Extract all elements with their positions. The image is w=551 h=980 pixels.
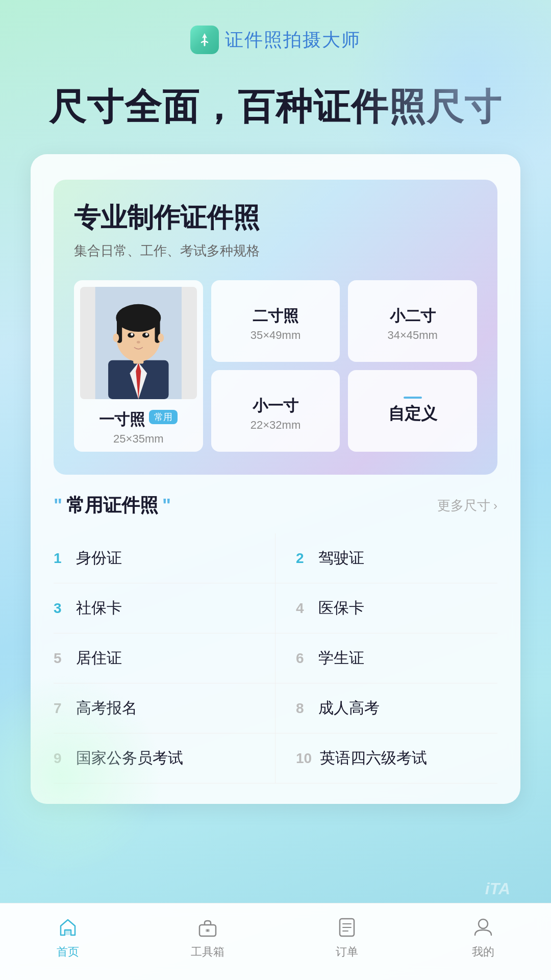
xiao-er-cun-sub: 34×45mm xyxy=(387,329,437,342)
list-item-num: 4 xyxy=(296,600,310,617)
id-photo xyxy=(80,287,197,399)
svg-point-11 xyxy=(131,333,133,335)
list-item[interactable]: 10英语四六级考试 xyxy=(276,733,497,783)
toolbox-icon xyxy=(194,914,221,940)
size-grid: 一寸照 常用 25×35mm 二寸照 35×49mm 小二寸 34×45mm 小… xyxy=(74,280,477,452)
er-cun-cell[interactable]: 二寸照 35×49mm xyxy=(211,280,340,362)
common-id-list: 1身份证2驾驶证3社保卡4医保卡5居住证6学生证7高考报名8成人高考9国家公务员… xyxy=(54,533,497,783)
home-icon xyxy=(55,914,81,940)
svg-point-12 xyxy=(145,333,148,335)
watermark: iTA xyxy=(485,879,510,898)
list-item-text: 高考报名 xyxy=(76,698,137,719)
list-item-text: 成人高考 xyxy=(318,698,380,719)
app-icon xyxy=(190,26,219,54)
xiao-er-cun-label: 小二寸 xyxy=(390,306,436,327)
nav-item-orders[interactable]: 订单 xyxy=(334,914,360,960)
section-title-wrap: " 常用证件照 " xyxy=(54,493,171,518)
profile-icon xyxy=(470,914,496,940)
app-header: 证件照拍摄大师 xyxy=(0,0,551,64)
nav-home-label: 首页 xyxy=(57,944,79,960)
list-item-text: 学生证 xyxy=(318,648,364,669)
list-item-text: 英语四六级考试 xyxy=(320,748,427,769)
hero-title: 尺寸全面，百种证件照尺寸 xyxy=(31,85,520,129)
app-name-text: 证件照拍摄大师 xyxy=(225,28,361,53)
xiao-yi-cun-sub: 22×32mm xyxy=(251,419,300,432)
list-item-num: 2 xyxy=(296,550,310,567)
list-item[interactable]: 6学生证 xyxy=(276,633,497,683)
inner-card: 专业制作证件照 集合日常、工作、考试多种规格 xyxy=(54,180,497,475)
list-item-text: 居住证 xyxy=(76,648,122,669)
xiao-yi-cun-cell[interactable]: 小一寸 22×32mm xyxy=(211,370,340,452)
list-item[interactable]: 5居住证 xyxy=(54,633,276,683)
list-item[interactable]: 1身份证 xyxy=(54,533,276,583)
list-item-text: 身份证 xyxy=(76,548,122,569)
photo-label-row: 一寸照 常用 xyxy=(99,404,178,430)
list-item[interactable]: 2驾驶证 xyxy=(276,533,497,583)
svg-point-19 xyxy=(207,929,209,932)
list-item-text: 医保卡 xyxy=(318,598,364,619)
custom-cell[interactable]: 自定义 xyxy=(348,370,477,452)
section-title: 常用证件照 xyxy=(66,493,158,518)
list-item-num: 9 xyxy=(54,750,68,767)
list-item-text: 社保卡 xyxy=(76,598,122,619)
orders-icon xyxy=(334,914,360,940)
photo-cell[interactable]: 一寸照 常用 25×35mm xyxy=(74,280,203,452)
svg-point-15 xyxy=(158,333,164,342)
nav-tools-label: 工具箱 xyxy=(191,944,224,960)
nav-orders-label: 订单 xyxy=(336,944,358,960)
card-title: 专业制作证件照 xyxy=(74,200,477,236)
nav-item-home[interactable]: 首页 xyxy=(55,914,81,960)
more-sizes-link[interactable]: 更多尺寸 › xyxy=(437,497,497,514)
svg-rect-16 xyxy=(66,930,70,935)
list-item-text: 驾驶证 xyxy=(318,548,364,569)
list-item-num: 6 xyxy=(296,650,310,667)
list-item-num: 8 xyxy=(296,700,310,717)
chevron-right-icon: › xyxy=(493,499,497,513)
list-item-num: 3 xyxy=(54,600,68,617)
custom-dash xyxy=(404,397,422,399)
card-subtitle: 集合日常、工作、考试多种规格 xyxy=(74,242,477,260)
list-item[interactable]: 3社保卡 xyxy=(54,583,276,633)
main-card: 专业制作证件照 集合日常、工作、考试多种规格 xyxy=(31,154,520,804)
er-cun-label: 二寸照 xyxy=(253,306,298,327)
list-item-num: 1 xyxy=(54,550,68,567)
xiao-yi-cun-label: 小一寸 xyxy=(253,396,298,416)
common-badge: 常用 xyxy=(149,410,178,424)
list-item[interactable]: 8成人高考 xyxy=(276,683,497,733)
more-sizes-label: 更多尺寸 xyxy=(437,497,490,514)
yi-cun-label: 一寸照 xyxy=(99,409,145,430)
svg-point-24 xyxy=(479,919,488,928)
custom-label: 自定义 xyxy=(388,403,437,425)
quote-right-icon: " xyxy=(162,497,171,515)
yi-cun-sub: 25×35mm xyxy=(113,432,163,446)
section-header: " 常用证件照 " 更多尺寸 › xyxy=(54,493,497,518)
list-item-num: 7 xyxy=(54,700,68,717)
svg-point-14 xyxy=(113,333,119,342)
xiao-er-cun-cell[interactable]: 小二寸 34×45mm xyxy=(348,280,477,362)
er-cun-sub: 35×49mm xyxy=(251,329,300,342)
list-item-num: 5 xyxy=(54,650,68,667)
list-item[interactable]: 4医保卡 xyxy=(276,583,497,633)
list-item-num: 10 xyxy=(296,750,312,767)
list-item[interactable]: 9国家公务员考试 xyxy=(54,733,276,783)
quote-left-icon: " xyxy=(54,497,62,515)
nav-item-tools[interactable]: 工具箱 xyxy=(191,914,224,960)
nav-item-profile[interactable]: 我的 xyxy=(470,914,496,960)
nav-profile-label: 我的 xyxy=(472,944,494,960)
svg-point-13 xyxy=(137,341,140,344)
list-item[interactable]: 7高考报名 xyxy=(54,683,276,733)
list-item-text: 国家公务员考试 xyxy=(76,748,183,769)
bottom-nav: 首页 工具箱 订单 xyxy=(0,903,551,980)
svg-point-6 xyxy=(116,304,161,332)
